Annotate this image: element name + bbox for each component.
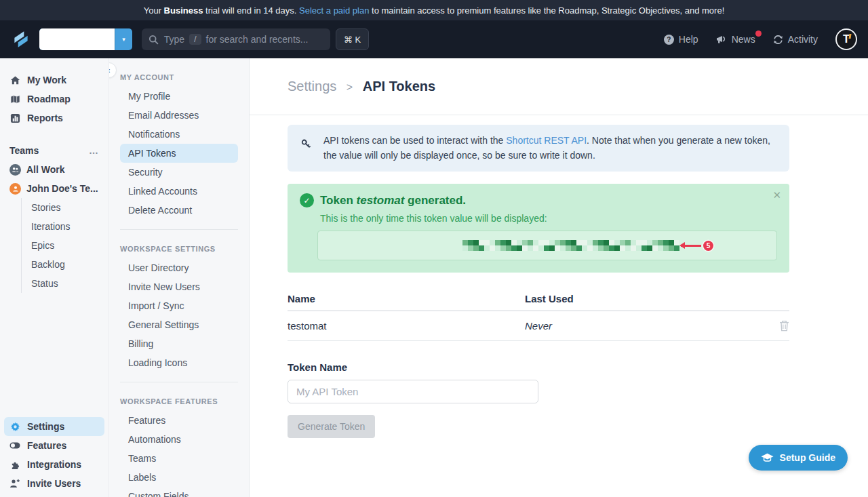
sidebar-item-backlog[interactable]: Backlog <box>22 255 108 274</box>
create-story-label[interactable]: Create Story <box>39 28 115 50</box>
settings-item-invite-new-users[interactable]: Invite New Users <box>120 277 238 296</box>
settings-item-linked-accounts[interactable]: Linked Accounts <box>120 182 238 201</box>
annotation-badge: 5 <box>703 241 713 251</box>
close-icon[interactable]: ✕ <box>772 189 781 201</box>
column-header-name: Name <box>288 293 525 304</box>
banner-text: Your <box>144 5 164 16</box>
sidebar-item-reports[interactable]: Reports <box>0 108 108 127</box>
settings-item-labels[interactable]: Labels <box>120 468 238 487</box>
sidebar-item-integrations[interactable]: Integrations <box>4 455 104 474</box>
annotation-arrow-icon <box>681 245 701 247</box>
collapse-sidebar-button[interactable]: ‹ <box>108 62 117 78</box>
main-content: Settings > API Tokens API tokens can be … <box>250 58 868 497</box>
trial-banner: Your Business trial will end in 14 days.… <box>0 0 868 20</box>
check-circle-icon: ✓ <box>300 193 314 207</box>
divider <box>120 229 238 230</box>
keyboard-shortcut-badge[interactable]: ⌘ K <box>336 28 369 50</box>
puzzle-icon <box>9 460 20 470</box>
search-input[interactable]: Type / for search and recents... <box>142 28 330 50</box>
token-name-input[interactable] <box>288 380 538 403</box>
help-icon: ? <box>664 35 674 45</box>
breadcrumb: Settings > API Tokens <box>288 79 830 94</box>
table-header: Name Last Used <box>288 293 789 311</box>
settings-item-notifications[interactable]: Notifications <box>120 125 238 144</box>
chevron-left-icon: ‹ <box>108 65 111 75</box>
tokens-table: Name Last Used testomat Never <box>288 293 789 341</box>
token-name-label: Token Name <box>288 361 789 373</box>
settings-item-general-settings[interactable]: General Settings <box>120 315 238 334</box>
setup-guide-button[interactable]: Setup Guide <box>749 445 848 471</box>
teams-section-title: Teams <box>9 145 39 156</box>
workspace-avatar[interactable]: T <box>835 28 857 50</box>
settings-item-user-directory[interactable]: User Directory <box>120 258 238 277</box>
news-button[interactable]: News <box>716 34 755 45</box>
api-tokens-info-note: API tokens can be used to interact with … <box>288 125 789 172</box>
section-title-workspace-features: WORKSPACE FEATURES <box>120 392 238 411</box>
sidebar-item-stories[interactable]: Stories <box>22 198 108 217</box>
search-placeholder: for search and recents... <box>206 34 309 45</box>
token-row-name: testomat <box>288 320 525 332</box>
settings-item-import-sync[interactable]: Import / Sync <box>120 296 238 315</box>
page-title: API Tokens <box>363 79 435 94</box>
shortcut-logo-icon[interactable] <box>11 29 31 49</box>
sidebar-item-epics[interactable]: Epics <box>22 236 108 255</box>
sidebar-item-settings[interactable]: Settings <box>4 417 104 436</box>
sidebar-item-invite-users[interactable]: Invite Users <box>4 474 104 493</box>
settings-item-custom-fields[interactable]: Custom Fields <box>120 487 238 497</box>
settings-item-my-profile[interactable]: My Profile <box>120 87 238 106</box>
top-navbar: Create Story ▾ Type / for search and rec… <box>0 20 868 58</box>
sidebar-item-john-does-team[interactable]: John Doe's Te... <box>0 179 108 198</box>
megaphone-icon <box>716 35 727 44</box>
alert-subtitle: This is the only time this token value w… <box>320 213 777 224</box>
token-row-last-used: Never <box>525 320 779 332</box>
team-subnav: Stories Iterations Epics Backlog Status <box>21 198 108 293</box>
breadcrumb-separator: > <box>347 81 353 93</box>
settings-item-loading-icons[interactable]: Loading Icons <box>120 353 238 372</box>
shortcut-rest-api-link[interactable]: Shortcut REST API <box>506 135 587 146</box>
delete-token-button[interactable] <box>779 320 789 332</box>
settings-item-security[interactable]: Security <box>120 163 238 182</box>
banner-plan-name: Business <box>164 5 203 16</box>
token-name: testomat <box>357 194 405 207</box>
teams-menu-button[interactable]: … <box>89 145 99 156</box>
sidebar-item-features[interactable]: Features <box>4 436 104 455</box>
graduation-cap-icon <box>761 453 774 463</box>
sidebar-item-my-work[interactable]: My Work <box>0 71 108 90</box>
token-generated-alert: ✕ ✓ Token testomat generated. This is th… <box>288 184 789 273</box>
settings-item-delete-account[interactable]: Delete Account <box>120 201 238 220</box>
table-row: testomat Never <box>288 311 789 341</box>
sidebar-item-status[interactable]: Status <box>22 274 108 293</box>
settings-item-automations[interactable]: Automations <box>120 430 238 449</box>
annotation: 5 <box>681 241 713 251</box>
select-paid-plan-link[interactable]: Select a paid plan <box>299 5 369 16</box>
section-title-workspace-settings: WORKSPACE SETTINGS <box>120 239 238 258</box>
create-story-dropdown[interactable]: ▾ <box>115 28 132 50</box>
map-icon <box>9 94 20 104</box>
sidebar-item-iterations[interactable]: Iterations <box>22 217 108 236</box>
trash-icon <box>779 320 789 332</box>
settings-item-teams[interactable]: Teams <box>120 449 238 468</box>
chevron-down-icon: ▾ <box>122 36 125 43</box>
sidebar-item-roadmap[interactable]: Roadmap <box>0 90 108 108</box>
help-button[interactable]: ? Help <box>664 34 698 45</box>
activity-button[interactable]: Activity <box>773 34 818 45</box>
primary-sidebar: My Work Roadmap Reports Teams … All Work… <box>0 58 108 497</box>
settings-item-billing[interactable]: Billing <box>120 334 238 353</box>
alert-title: Token testomat generated. <box>320 194 466 207</box>
toggle-icon <box>9 442 20 449</box>
section-title-my-account: MY ACCOUNT <box>120 68 238 87</box>
settings-item-api-tokens[interactable]: API Tokens <box>120 144 238 163</box>
token-value-box: 5 <box>317 231 777 260</box>
sidebar-item-all-work[interactable]: All Work <box>0 160 108 179</box>
breadcrumb-settings[interactable]: Settings <box>288 79 336 94</box>
generate-token-button[interactable]: Generate Token <box>288 415 375 438</box>
home-icon <box>9 75 20 85</box>
settings-item-email-addresses[interactable]: Email Addresses <box>120 106 238 125</box>
person-plus-icon <box>9 479 20 488</box>
people-avatar-icon <box>9 164 21 176</box>
token-redacted-value <box>462 240 679 251</box>
create-story-button[interactable]: Create Story ▾ <box>39 28 132 50</box>
settings-item-features[interactable]: Features <box>120 411 238 430</box>
divider <box>120 382 238 382</box>
avatar-accent <box>849 34 852 39</box>
